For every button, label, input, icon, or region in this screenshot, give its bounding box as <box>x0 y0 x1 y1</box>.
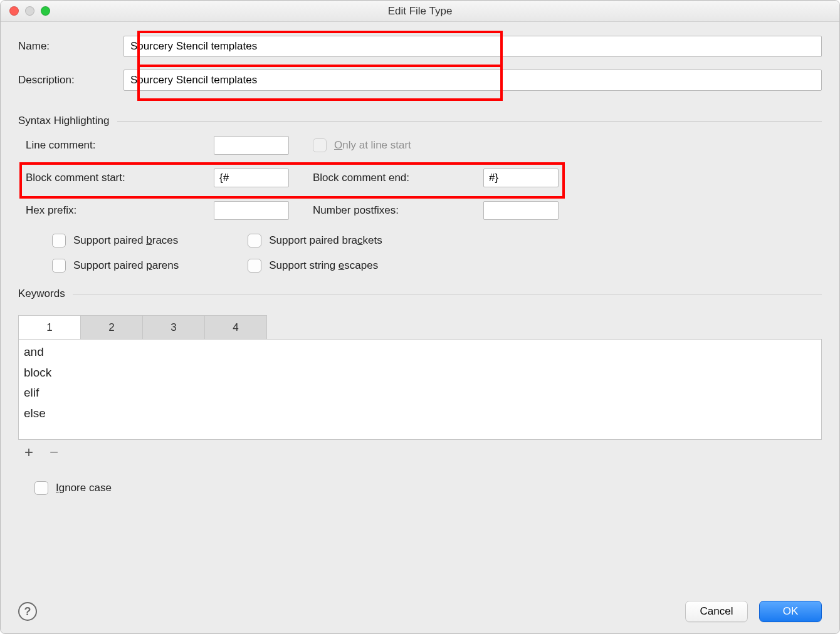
support-parens-checkbox[interactable] <box>52 259 66 273</box>
add-icon[interactable]: + <box>22 445 36 459</box>
only-at-line-start-label: Only at line start <box>334 139 411 152</box>
line-comment-label: Line comment: <box>26 139 214 152</box>
keywords-section-label: Keywords <box>18 288 65 300</box>
number-postfixes-input[interactable] <box>483 201 559 220</box>
tab-4[interactable]: 4 <box>204 315 267 339</box>
window-title: Edit File Type <box>1 5 839 18</box>
dialog-content: Name: Description: Syntax Highlighting L… <box>1 22 839 633</box>
list-actions: + − <box>18 445 822 459</box>
block-comment-end-label: Block comment end: <box>313 172 483 184</box>
name-label: Name: <box>18 40 123 53</box>
name-input[interactable] <box>123 36 822 57</box>
block-comment-start-input[interactable] <box>214 169 289 187</box>
dialog-footer: ? Cancel OK <box>18 591 822 622</box>
keywords-list[interactable]: and block elif else <box>18 340 822 440</box>
keywords-tabs: 1 2 3 4 <box>18 315 822 340</box>
ignore-case: Ignore case <box>18 481 822 495</box>
zoom-icon[interactable] <box>41 6 50 16</box>
syntax-grid: Line comment: Only at line start Block c… <box>18 136 822 220</box>
ignore-case-checkbox[interactable] <box>34 481 48 495</box>
window-controls <box>1 6 50 16</box>
edit-file-type-dialog: Edit File Type Name: Description: Syntax… <box>0 0 840 634</box>
only-at-line-start-checkbox <box>313 138 327 152</box>
cancel-button[interactable]: Cancel <box>685 601 748 622</box>
list-item[interactable]: else <box>19 403 821 424</box>
hex-prefix-label: Hex prefix: <box>26 204 214 217</box>
description-label: Description: <box>18 74 123 86</box>
titlebar: Edit File Type <box>1 1 839 22</box>
number-postfixes-label: Number postfixes: <box>313 204 483 217</box>
description-input[interactable] <box>123 70 822 91</box>
minimize-icon <box>25 6 34 16</box>
help-icon[interactable]: ? <box>18 602 37 621</box>
syntax-section-label: Syntax Highlighting <box>18 115 110 127</box>
close-icon[interactable] <box>9 6 19 16</box>
support-escapes-label: Support string escapes <box>269 259 378 272</box>
tab-2[interactable]: 2 <box>80 315 143 339</box>
keywords-section-title: Keywords <box>18 288 822 300</box>
remove-icon[interactable]: − <box>47 445 61 459</box>
support-parens-label: Support paired parens <box>73 259 179 272</box>
support-options: Support paired braces Support paired par… <box>18 234 822 273</box>
support-braces-label: Support paired braces <box>73 234 178 247</box>
block-comment-end-input[interactable] <box>483 169 559 187</box>
block-comment-start-label: Block comment start: <box>26 172 214 184</box>
support-brackets-checkbox[interactable] <box>248 234 261 247</box>
list-item[interactable]: and <box>19 342 821 363</box>
support-escapes-checkbox[interactable] <box>248 259 261 273</box>
line-comment-input[interactable] <box>214 136 289 155</box>
hex-prefix-input[interactable] <box>214 201 289 220</box>
tab-3[interactable]: 3 <box>142 315 205 339</box>
ignore-case-label: Ignore case <box>56 482 112 494</box>
tab-1[interactable]: 1 <box>18 315 81 339</box>
list-item[interactable]: elif <box>19 383 821 403</box>
support-braces-checkbox[interactable] <box>52 234 66 247</box>
list-item[interactable]: block <box>19 363 821 383</box>
ok-button[interactable]: OK <box>759 601 822 622</box>
only-at-line-start: Only at line start <box>313 138 565 152</box>
support-brackets-label: Support paired brackets <box>269 234 382 247</box>
syntax-section-title: Syntax Highlighting <box>18 115 822 127</box>
